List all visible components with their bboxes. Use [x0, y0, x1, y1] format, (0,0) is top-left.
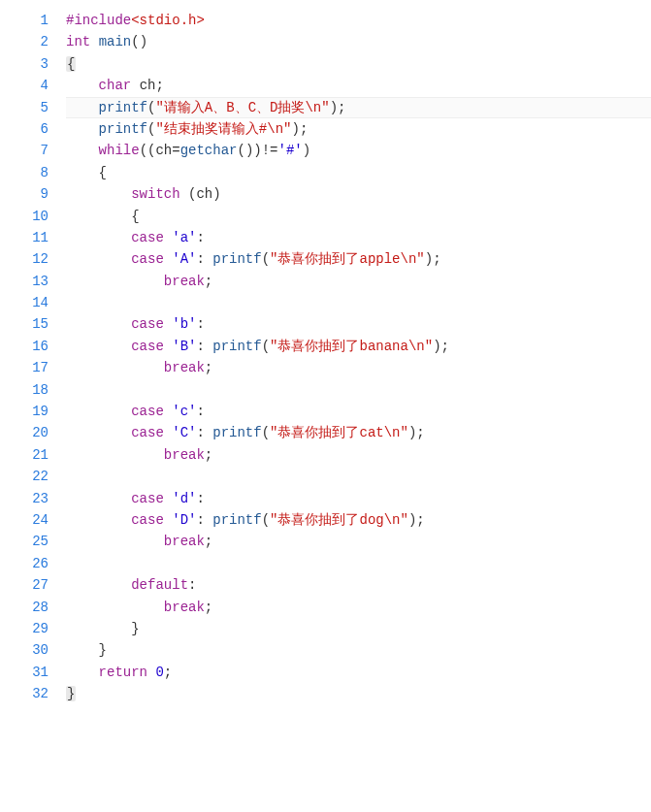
code-line: char ch;	[66, 75, 651, 96]
code-editor: 1234567891011121314151617181920212223242…	[0, 0, 651, 715]
keyword: case	[131, 491, 164, 506]
code-line: {	[66, 162, 651, 183]
code-line: while((ch=getchar())!='#')	[66, 140, 651, 161]
string-literal: "结束抽奖请输入#	[155, 121, 267, 137]
code-line: case 'b':	[66, 313, 651, 335]
keyword: switch	[131, 186, 179, 202]
keyword: break	[164, 447, 205, 463]
line-number: 18	[0, 379, 49, 401]
char-literal: 'c'	[172, 404, 196, 419]
code-line	[66, 466, 651, 487]
code-line: {	[66, 206, 651, 227]
paren: (	[131, 34, 139, 49]
brace: {	[66, 56, 76, 72]
code-line: printf("结束抽奖请输入#\n");	[66, 118, 651, 140]
line-number: 1	[0, 10, 49, 31]
code-line-current: printf("请输入A、B、C、D抽奖\n");	[66, 97, 651, 118]
line-number: 22	[0, 466, 49, 487]
brace: }	[99, 642, 107, 658]
line-number: 5	[0, 97, 49, 118]
code-line: #include<stdio.h>	[66, 10, 651, 31]
line-number: 15	[0, 313, 49, 335]
char-literal: 'd'	[172, 491, 196, 506]
keyword: char	[99, 78, 132, 93]
line-number: 23	[0, 488, 49, 509]
line-number: 25	[0, 531, 49, 552]
line-number: 30	[0, 639, 49, 661]
keyword: break	[164, 534, 205, 549]
line-number-gutter: 1234567891011121314151617181920212223242…	[0, 10, 66, 705]
code-line: int main()	[66, 31, 651, 52]
line-number: 19	[0, 401, 49, 422]
keyword: case	[131, 512, 164, 528]
keyword: case	[131, 316, 164, 332]
code-line: return 0;	[66, 662, 651, 683]
function-name: printf	[212, 251, 261, 267]
line-number: 32	[0, 683, 49, 704]
function-name: getchar	[180, 143, 238, 158]
function-name: printf	[212, 512, 261, 528]
code-line: case 'C': printf("恭喜你抽到了cat\n");	[66, 422, 651, 443]
line-number: 16	[0, 336, 49, 357]
keyword: break	[164, 600, 205, 615]
keyword: case	[131, 339, 164, 354]
keyword: case	[131, 251, 164, 267]
escape-sequence: \n	[305, 100, 321, 115]
char-literal: '#'	[278, 143, 303, 158]
string-literal: "恭喜你抽到了dog	[270, 512, 384, 528]
code-line: break;	[66, 531, 651, 552]
keyword: case	[131, 230, 164, 245]
code-line: case 'c':	[66, 401, 651, 422]
line-number: 13	[0, 271, 49, 292]
line-number: 29	[0, 618, 49, 639]
code-line	[66, 292, 651, 313]
escape-sequence: \n	[384, 512, 401, 528]
code-line: default:	[66, 574, 651, 596]
header-name: <stdio.h>	[131, 13, 205, 28]
string-literal: "恭喜你抽到了cat	[270, 425, 384, 440]
keyword: break	[164, 360, 205, 375]
char-literal: 'C'	[172, 425, 196, 440]
function-name: main	[99, 34, 132, 49]
line-number: 2	[0, 31, 49, 52]
line-number: 12	[0, 248, 49, 270]
brace: {	[131, 209, 139, 224]
brace: }	[131, 621, 139, 636]
code-line: }	[66, 639, 651, 661]
line-number: 4	[0, 75, 49, 96]
code-line: case 'd':	[66, 488, 651, 509]
char-literal: 'A'	[172, 251, 196, 267]
line-number: 3	[0, 53, 49, 75]
number-literal: 0	[155, 665, 163, 680]
code-line: case 'D': printf("恭喜你抽到了dog\n");	[66, 509, 651, 531]
line-number: 28	[0, 597, 49, 618]
keyword: while	[99, 143, 140, 158]
code-area: #include<stdio.h> int main() { char ch; …	[66, 10, 651, 705]
keyword: case	[131, 425, 164, 440]
char-literal: 'D'	[172, 512, 196, 528]
identifier: ch	[140, 78, 156, 93]
brace: {	[99, 165, 107, 180]
function-name: printf	[99, 100, 147, 115]
char-literal: 'b'	[172, 316, 196, 332]
code-line	[66, 553, 651, 574]
code-line: case 'A': printf("恭喜你抽到了apple\n");	[66, 248, 651, 270]
brace: }	[66, 686, 76, 701]
line-number: 10	[0, 206, 49, 227]
code-line: {	[66, 53, 651, 75]
function-name: printf	[99, 121, 147, 137]
line-number: 26	[0, 553, 49, 574]
code-line: }	[66, 683, 651, 704]
code-line	[66, 379, 651, 401]
keyword: case	[131, 404, 164, 419]
keyword: int	[66, 34, 90, 49]
line-number: 8	[0, 162, 49, 183]
code-line: case 'a':	[66, 227, 651, 248]
char-literal: 'a'	[172, 230, 196, 245]
function-name: printf	[212, 339, 261, 354]
code-line: break;	[66, 357, 651, 378]
escape-sequence: \n	[384, 425, 401, 440]
keyword: default	[131, 577, 188, 593]
line-number: 24	[0, 509, 49, 531]
keyword: break	[164, 274, 205, 289]
